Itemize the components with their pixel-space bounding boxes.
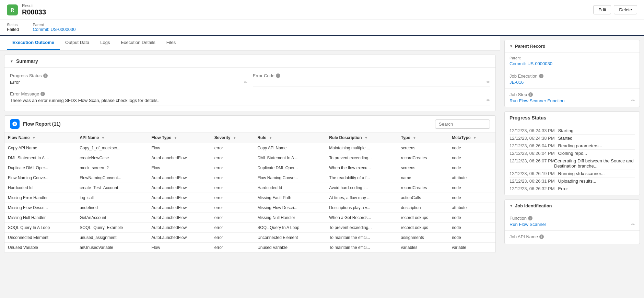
progress-status-value: Error <box>10 80 20 85</box>
table-cell: FlowNamingConvent... <box>76 173 148 183</box>
progress-status-label: Progress Status i <box>10 73 247 78</box>
function-field: Function i Run Flow Scanner ✏ <box>505 212 640 231</box>
error-message-edit-icon[interactable]: ✏ <box>487 98 490 103</box>
parent-record-chevron[interactable]: ▼ <box>510 44 513 48</box>
job-step-label: Job Step i <box>510 92 635 97</box>
status-value: Failed <box>7 27 19 32</box>
tab-files[interactable]: Files <box>161 36 181 50</box>
table-row: Unconnected Elementunused_assignmentAuto… <box>4 233 495 243</box>
table-cell: AutoLaunchedFlow <box>148 153 211 163</box>
table-cell: The readability of a f... <box>326 173 397 183</box>
job-execution-link[interactable]: JE-016 <box>510 80 524 85</box>
tab-execution-outcome[interactable]: Execution Outcome <box>7 36 60 50</box>
table-cell: error <box>211 153 254 163</box>
table-cell: SOQL Query In A Loop <box>254 223 326 233</box>
table-cell: Missing Null Handler <box>254 213 326 223</box>
tab-logs[interactable]: Logs <box>95 36 115 50</box>
table-cell: Missing Flow Descri... <box>254 203 326 213</box>
log-row: 12/12/23, 06:26:07 PMGenerating Diff bet… <box>510 157 635 170</box>
job-step-link[interactable]: Run Flow Scanner Function <box>510 98 564 103</box>
function-link[interactable]: Run Flow Scanner <box>510 222 546 227</box>
log-row: 12/12/23, 06:26:04 PMCloning repo... <box>510 150 635 157</box>
log-message: Running sfdx scanner... <box>558 171 605 176</box>
table-cell: description <box>397 203 448 213</box>
error-code-label: Error Code i <box>253 73 490 78</box>
col-rule[interactable]: Rule ▼ <box>254 133 326 143</box>
col-severity[interactable]: Severity ▼ <box>211 133 254 143</box>
table-cell: AutoLaunchedFlow <box>148 203 211 213</box>
col-flow-name[interactable]: Flow Name ▼ <box>4 133 76 143</box>
table-cell: assignments <box>397 233 448 243</box>
tab-execution-details[interactable]: Execution Details <box>115 36 161 50</box>
table-cell: When a Get Records... <box>326 213 397 223</box>
sort-icon-flow-type: ▼ <box>174 136 177 140</box>
result-info: Result R00033 <box>22 3 46 16</box>
job-step-edit-icon[interactable]: ✏ <box>631 98 635 103</box>
job-execution-label: Job Execution i <box>510 73 635 79</box>
job-identification-chevron[interactable]: ▼ <box>510 204 513 208</box>
table-cell: createNewCase <box>76 153 148 163</box>
table-cell: actionCalls <box>397 193 448 203</box>
table-cell: error <box>211 243 254 253</box>
table-cell: SOQL_Query_Example <box>76 223 148 233</box>
log-time: 12/12/23, 06:26:04 PM <box>510 143 555 148</box>
summary-chevron[interactable]: ▼ <box>10 59 13 63</box>
table-row: Duplicate DML Oper...mock_screen_2Flower… <box>4 163 495 173</box>
error-message-info-icon[interactable]: i <box>40 92 45 96</box>
col-rule-desc[interactable]: Rule Description ▼ <box>326 133 397 143</box>
job-execution-info-icon[interactable]: i <box>539 74 543 78</box>
col-flow-type[interactable]: Flow Type ▼ <box>148 133 211 143</box>
table-cell: variable <box>448 243 495 253</box>
table-cell: At times, a flow may ... <box>326 193 397 203</box>
job-execution-field: Job Execution i JE-016 <box>505 70 640 89</box>
edit-button[interactable]: Edit <box>593 5 611 14</box>
parent-link[interactable]: Commit: US-0000030 <box>33 27 75 32</box>
main-layout: Execution Outcome Output Data Logs Execu… <box>0 36 644 293</box>
col-type[interactable]: Type ▼ <box>397 133 448 143</box>
error-code-edit-icon[interactable]: ✏ <box>487 80 490 84</box>
job-step-row: Run Flow Scanner Function ✏ <box>510 98 635 103</box>
function-edit-icon[interactable]: ✏ <box>631 222 635 227</box>
table-cell: DML Statement In A ... <box>254 153 326 163</box>
job-api-name-field: Job API Name i <box>505 231 640 244</box>
table-cell: Flow Naming Conve... <box>4 173 76 183</box>
tab-output-data[interactable]: Output Data <box>60 36 95 50</box>
col-api-name[interactable]: API Name ▼ <box>76 133 148 143</box>
app-icon: R <box>7 4 18 15</box>
job-identification-section: ▼ Job Identification Function i Run Flow… <box>504 199 640 244</box>
progress-status-edit-icon[interactable]: ✏ <box>244 80 247 85</box>
log-message: Starting <box>558 128 574 133</box>
table-cell: node <box>448 213 495 223</box>
error-message-block: Error Message i There was an error runni… <box>10 91 490 105</box>
search-input[interactable] <box>435 119 490 129</box>
error-code-value-row: ✏ <box>253 80 490 87</box>
parent-field-link[interactable]: Commit: US-0000030 <box>510 61 552 66</box>
table-cell: Unconnected Element <box>254 233 326 243</box>
flow-table-head: Flow Name ▼ API Name ▼ Flow Type ▼ Sever… <box>4 133 495 143</box>
table-cell: Unused Variable <box>254 243 326 253</box>
function-row: Run Flow Scanner ✏ <box>510 222 635 227</box>
job-api-name-info-icon[interactable]: i <box>539 234 544 239</box>
function-info-icon[interactable]: i <box>528 216 532 220</box>
progress-status-section: Progress Status 12/12/23, 06:24:33 PMSta… <box>504 111 640 195</box>
job-identification-body: Function i Run Flow Scanner ✏ Job API Na… <box>505 212 640 244</box>
log-message: Uploading results... <box>558 179 596 184</box>
error-code-info-icon[interactable]: i <box>276 73 280 78</box>
job-step-info-icon[interactable]: i <box>528 92 533 97</box>
flow-svg-icon <box>12 121 17 127</box>
table-cell: node <box>448 233 495 243</box>
col-metatype[interactable]: MetaType ▼ <box>448 133 495 143</box>
log-message: Started <box>558 136 573 141</box>
log-message: Cloning repo... <box>558 151 587 156</box>
result-label: Result <box>22 3 46 8</box>
table-cell: screens <box>397 143 448 153</box>
sort-icon-severity: ▼ <box>233 136 236 140</box>
table-cell: node <box>448 183 495 193</box>
log-row: 12/12/23, 06:26:04 PMReading parameters.… <box>510 142 635 150</box>
table-row: Flow Naming Conve...FlowNamingConvent...… <box>4 173 495 183</box>
table-cell: AutoLaunchedFlow <box>148 173 211 183</box>
delete-button[interactable]: Delete <box>614 5 637 14</box>
table-cell: Maintaining multiple ... <box>326 143 397 153</box>
progress-status-info-icon[interactable]: i <box>43 73 48 78</box>
table-cell: Missing Error Handler <box>4 193 76 203</box>
